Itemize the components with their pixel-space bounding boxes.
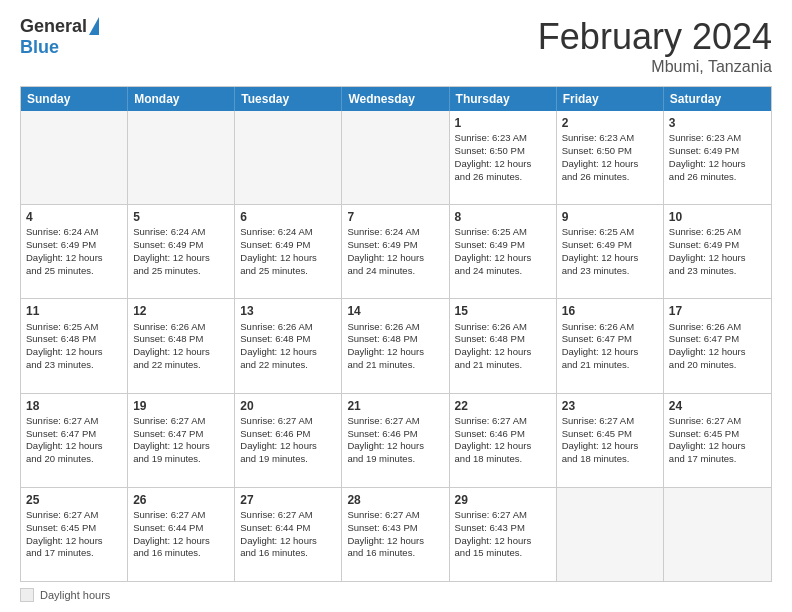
day-number: 7 xyxy=(347,209,443,225)
calendar-cell: 28Sunrise: 6:27 AM Sunset: 6:43 PM Dayli… xyxy=(342,488,449,581)
calendar: SundayMondayTuesdayWednesdayThursdayFrid… xyxy=(20,86,772,582)
day-info: Sunrise: 6:26 AM Sunset: 6:48 PM Dayligh… xyxy=(347,321,443,372)
day-info: Sunrise: 6:27 AM Sunset: 6:46 PM Dayligh… xyxy=(455,415,551,466)
calendar-cell: 3Sunrise: 6:23 AM Sunset: 6:49 PM Daylig… xyxy=(664,111,771,204)
day-number: 19 xyxy=(133,398,229,414)
calendar-header: SundayMondayTuesdayWednesdayThursdayFrid… xyxy=(21,87,771,111)
day-number: 25 xyxy=(26,492,122,508)
calendar-cell: 27Sunrise: 6:27 AM Sunset: 6:44 PM Dayli… xyxy=(235,488,342,581)
day-info: Sunrise: 6:24 AM Sunset: 6:49 PM Dayligh… xyxy=(240,226,336,277)
day-info: Sunrise: 6:27 AM Sunset: 6:47 PM Dayligh… xyxy=(133,415,229,466)
day-info: Sunrise: 6:26 AM Sunset: 6:47 PM Dayligh… xyxy=(669,321,766,372)
day-info: Sunrise: 6:27 AM Sunset: 6:46 PM Dayligh… xyxy=(347,415,443,466)
calendar-row-0: 1Sunrise: 6:23 AM Sunset: 6:50 PM Daylig… xyxy=(21,111,771,204)
day-number: 11 xyxy=(26,303,122,319)
day-number: 5 xyxy=(133,209,229,225)
day-number: 16 xyxy=(562,303,658,319)
day-info: Sunrise: 6:27 AM Sunset: 6:45 PM Dayligh… xyxy=(562,415,658,466)
day-info: Sunrise: 6:24 AM Sunset: 6:49 PM Dayligh… xyxy=(133,226,229,277)
day-info: Sunrise: 6:27 AM Sunset: 6:43 PM Dayligh… xyxy=(455,509,551,560)
weekday-header-thursday: Thursday xyxy=(450,87,557,111)
day-info: Sunrise: 6:26 AM Sunset: 6:48 PM Dayligh… xyxy=(240,321,336,372)
calendar-cell: 11Sunrise: 6:25 AM Sunset: 6:48 PM Dayli… xyxy=(21,299,128,392)
day-info: Sunrise: 6:25 AM Sunset: 6:49 PM Dayligh… xyxy=(455,226,551,277)
calendar-cell: 16Sunrise: 6:26 AM Sunset: 6:47 PM Dayli… xyxy=(557,299,664,392)
calendar-body: 1Sunrise: 6:23 AM Sunset: 6:50 PM Daylig… xyxy=(21,111,771,581)
day-info: Sunrise: 6:23 AM Sunset: 6:50 PM Dayligh… xyxy=(562,132,658,183)
logo-blue: Blue xyxy=(20,37,59,58)
calendar-cell: 15Sunrise: 6:26 AM Sunset: 6:48 PM Dayli… xyxy=(450,299,557,392)
calendar-cell: 23Sunrise: 6:27 AM Sunset: 6:45 PM Dayli… xyxy=(557,394,664,487)
calendar-cell: 5Sunrise: 6:24 AM Sunset: 6:49 PM Daylig… xyxy=(128,205,235,298)
calendar-row-1: 4Sunrise: 6:24 AM Sunset: 6:49 PM Daylig… xyxy=(21,204,771,298)
weekday-header-monday: Monday xyxy=(128,87,235,111)
day-number: 17 xyxy=(669,303,766,319)
day-number: 28 xyxy=(347,492,443,508)
calendar-cell xyxy=(235,111,342,204)
calendar-cell xyxy=(21,111,128,204)
day-number: 22 xyxy=(455,398,551,414)
calendar-cell: 1Sunrise: 6:23 AM Sunset: 6:50 PM Daylig… xyxy=(450,111,557,204)
day-number: 27 xyxy=(240,492,336,508)
day-number: 21 xyxy=(347,398,443,414)
day-info: Sunrise: 6:25 AM Sunset: 6:48 PM Dayligh… xyxy=(26,321,122,372)
day-info: Sunrise: 6:23 AM Sunset: 6:49 PM Dayligh… xyxy=(669,132,766,183)
day-number: 6 xyxy=(240,209,336,225)
day-number: 2 xyxy=(562,115,658,131)
calendar-row-3: 18Sunrise: 6:27 AM Sunset: 6:47 PM Dayli… xyxy=(21,393,771,487)
day-info: Sunrise: 6:27 AM Sunset: 6:44 PM Dayligh… xyxy=(133,509,229,560)
day-number: 1 xyxy=(455,115,551,131)
day-info: Sunrise: 6:27 AM Sunset: 6:47 PM Dayligh… xyxy=(26,415,122,466)
daylight-legend-box xyxy=(20,588,34,602)
calendar-cell: 17Sunrise: 6:26 AM Sunset: 6:47 PM Dayli… xyxy=(664,299,771,392)
day-info: Sunrise: 6:26 AM Sunset: 6:48 PM Dayligh… xyxy=(455,321,551,372)
day-number: 12 xyxy=(133,303,229,319)
day-info: Sunrise: 6:27 AM Sunset: 6:45 PM Dayligh… xyxy=(669,415,766,466)
calendar-cell: 26Sunrise: 6:27 AM Sunset: 6:44 PM Dayli… xyxy=(128,488,235,581)
day-number: 4 xyxy=(26,209,122,225)
day-info: Sunrise: 6:26 AM Sunset: 6:48 PM Dayligh… xyxy=(133,321,229,372)
calendar-cell: 13Sunrise: 6:26 AM Sunset: 6:48 PM Dayli… xyxy=(235,299,342,392)
day-number: 9 xyxy=(562,209,658,225)
calendar-cell: 25Sunrise: 6:27 AM Sunset: 6:45 PM Dayli… xyxy=(21,488,128,581)
calendar-cell: 2Sunrise: 6:23 AM Sunset: 6:50 PM Daylig… xyxy=(557,111,664,204)
month-title: February 2024 xyxy=(538,16,772,58)
calendar-cell: 29Sunrise: 6:27 AM Sunset: 6:43 PM Dayli… xyxy=(450,488,557,581)
day-info: Sunrise: 6:27 AM Sunset: 6:43 PM Dayligh… xyxy=(347,509,443,560)
day-number: 20 xyxy=(240,398,336,414)
day-info: Sunrise: 6:27 AM Sunset: 6:44 PM Dayligh… xyxy=(240,509,336,560)
calendar-cell: 19Sunrise: 6:27 AM Sunset: 6:47 PM Dayli… xyxy=(128,394,235,487)
calendar-cell: 6Sunrise: 6:24 AM Sunset: 6:49 PM Daylig… xyxy=(235,205,342,298)
calendar-cell: 18Sunrise: 6:27 AM Sunset: 6:47 PM Dayli… xyxy=(21,394,128,487)
day-number: 26 xyxy=(133,492,229,508)
day-number: 8 xyxy=(455,209,551,225)
calendar-row-4: 25Sunrise: 6:27 AM Sunset: 6:45 PM Dayli… xyxy=(21,487,771,581)
weekday-header-saturday: Saturday xyxy=(664,87,771,111)
calendar-row-2: 11Sunrise: 6:25 AM Sunset: 6:48 PM Dayli… xyxy=(21,298,771,392)
daylight-label: Daylight hours xyxy=(40,589,110,601)
header: General Blue February 2024 Mbumi, Tanzan… xyxy=(20,16,772,76)
day-info: Sunrise: 6:25 AM Sunset: 6:49 PM Dayligh… xyxy=(562,226,658,277)
location-subtitle: Mbumi, Tanzania xyxy=(538,58,772,76)
day-info: Sunrise: 6:26 AM Sunset: 6:47 PM Dayligh… xyxy=(562,321,658,372)
calendar-cell: 4Sunrise: 6:24 AM Sunset: 6:49 PM Daylig… xyxy=(21,205,128,298)
footer: Daylight hours xyxy=(20,588,772,602)
weekday-header-friday: Friday xyxy=(557,87,664,111)
weekday-header-sunday: Sunday xyxy=(21,87,128,111)
day-info: Sunrise: 6:25 AM Sunset: 6:49 PM Dayligh… xyxy=(669,226,766,277)
day-number: 10 xyxy=(669,209,766,225)
logo-triangle-icon xyxy=(89,17,99,35)
page: General Blue February 2024 Mbumi, Tanzan… xyxy=(0,0,792,612)
day-info: Sunrise: 6:27 AM Sunset: 6:46 PM Dayligh… xyxy=(240,415,336,466)
day-info: Sunrise: 6:27 AM Sunset: 6:45 PM Dayligh… xyxy=(26,509,122,560)
calendar-cell: 21Sunrise: 6:27 AM Sunset: 6:46 PM Dayli… xyxy=(342,394,449,487)
calendar-cell: 20Sunrise: 6:27 AM Sunset: 6:46 PM Dayli… xyxy=(235,394,342,487)
calendar-cell xyxy=(128,111,235,204)
day-number: 14 xyxy=(347,303,443,319)
calendar-cell: 22Sunrise: 6:27 AM Sunset: 6:46 PM Dayli… xyxy=(450,394,557,487)
day-number: 29 xyxy=(455,492,551,508)
logo: General Blue xyxy=(20,16,99,58)
calendar-cell: 12Sunrise: 6:26 AM Sunset: 6:48 PM Dayli… xyxy=(128,299,235,392)
day-info: Sunrise: 6:24 AM Sunset: 6:49 PM Dayligh… xyxy=(347,226,443,277)
day-number: 24 xyxy=(669,398,766,414)
